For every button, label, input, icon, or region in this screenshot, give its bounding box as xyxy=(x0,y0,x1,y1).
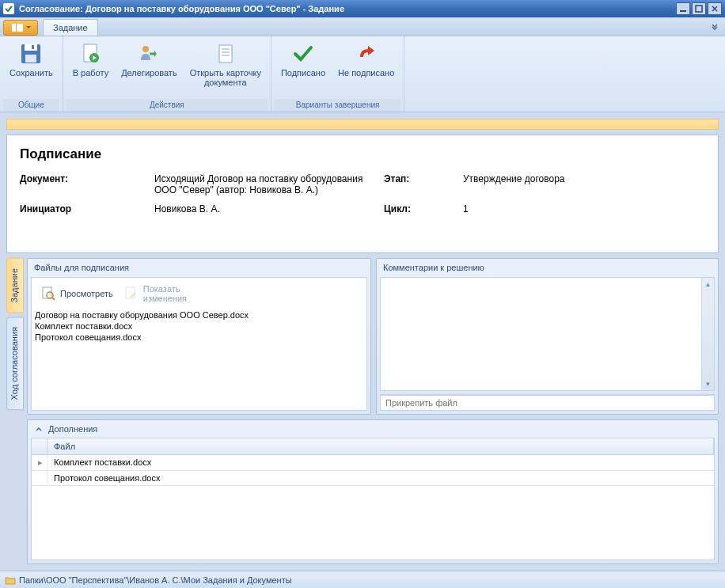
doc-label: Документ: xyxy=(20,173,154,195)
side-tabs: Задание Ход согласования xyxy=(6,258,24,564)
svg-point-10 xyxy=(142,46,149,52)
doc-value: Исходящий Договор на поставку оборудован… xyxy=(154,173,384,195)
magnifier-icon xyxy=(40,285,57,302)
side-tab-task[interactable]: Задание xyxy=(6,258,24,313)
ribbon-group-actions: В работу Делегировать Открыть карточку д… xyxy=(63,36,271,112)
view-file-button[interactable]: Просмотреть xyxy=(36,283,116,305)
stage-label: Этап: xyxy=(384,173,463,195)
initiator-value: Новикова В. А. xyxy=(154,203,384,214)
svg-rect-2 xyxy=(12,24,16,32)
page-heading: Подписание xyxy=(20,146,705,162)
cycle-value: 1 xyxy=(463,203,705,214)
tab-task[interactable]: Задание xyxy=(43,19,98,36)
file-list[interactable]: Договор на поставку оборудования ООО Сев… xyxy=(32,308,366,410)
minimize-button[interactable] xyxy=(676,2,690,15)
svg-rect-1 xyxy=(696,6,702,12)
ribbon-collapse-icon[interactable] xyxy=(709,21,720,32)
start-work-button[interactable]: В работу xyxy=(66,38,115,81)
additions-title: Дополнения xyxy=(48,424,97,434)
row-header-col xyxy=(32,438,47,454)
row-indicator-icon: ▸ xyxy=(32,455,47,470)
ribbon-tab-row: Задание xyxy=(0,17,725,36)
svg-line-17 xyxy=(52,298,55,300)
file-item[interactable]: Комплект поставки.docx xyxy=(35,321,363,332)
side-tab-progress[interactable]: Ход согласования xyxy=(6,317,24,410)
ribbon-group-common: Сохранить Общие xyxy=(0,36,63,112)
comments-textarea[interactable] xyxy=(381,278,714,390)
files-panel: Файлы для подписания Просмотреть xyxy=(27,258,371,415)
files-toolbar: Просмотреть Показать изменения xyxy=(32,278,366,308)
accent-band xyxy=(6,119,719,130)
cycle-label: Цикл: xyxy=(384,203,463,214)
check-icon xyxy=(290,41,316,66)
svg-rect-7 xyxy=(32,45,34,49)
file-item[interactable]: Протокол совещания.docx xyxy=(35,332,363,343)
info-panel: Подписание Документ: Исходящий Договор н… xyxy=(6,135,719,253)
group-label-actions: Действия xyxy=(66,99,268,112)
svg-rect-0 xyxy=(680,10,686,12)
titlebar: Согласование: Договор на поставку оборуд… xyxy=(0,0,725,17)
not-signed-button[interactable]: Не подписано xyxy=(332,38,400,81)
close-button[interactable] xyxy=(708,2,722,15)
svg-rect-11 xyxy=(219,45,232,63)
document-play-icon xyxy=(78,41,103,66)
content-area: Подписание Документ: Исходящий Договор н… xyxy=(0,112,725,571)
ribbon: Сохранить Общие В работу Делегировать xyxy=(0,36,725,112)
scroll-up-icon[interactable]: ▲ xyxy=(702,278,714,290)
grid-row[interactable]: ▸ Комплект поставки.docx xyxy=(32,455,714,471)
scrollbar[interactable]: ▲ ▼ xyxy=(701,278,714,390)
open-card-button[interactable]: Открыть карточку документа xyxy=(184,38,268,90)
stage-value: Утверждение договора xyxy=(463,173,705,195)
attach-file-input[interactable] xyxy=(380,395,715,411)
show-changes-button[interactable]: Показать изменения xyxy=(120,283,190,305)
chevron-up-icon[interactable] xyxy=(34,424,44,434)
document-icon xyxy=(213,41,238,66)
scroll-down-icon[interactable]: ▼ xyxy=(702,377,714,390)
app-icon xyxy=(3,3,14,14)
additions-panel: Дополнения Файл ▸ Комплект поставки.docx… xyxy=(27,419,719,564)
delegate-icon xyxy=(136,41,161,66)
save-button[interactable]: Сохранить xyxy=(3,38,59,81)
window-title: Согласование: Договор на поставку оборуд… xyxy=(19,4,676,13)
delegate-button[interactable]: Делегировать xyxy=(115,38,184,81)
ribbon-group-complete: Подписано Не подписано Варианты завершен… xyxy=(271,36,404,112)
group-label-complete: Варианты завершения xyxy=(275,99,400,112)
svg-rect-5 xyxy=(25,44,37,51)
files-title: Файлы для подписания xyxy=(28,259,370,274)
work-area: Задание Ход согласования Файлы для подпи… xyxy=(6,258,719,564)
redo-arrow-icon xyxy=(354,41,379,66)
floppy-icon xyxy=(18,41,44,66)
comments-title: Комментарии к решению xyxy=(377,259,718,274)
signed-button[interactable]: Подписано xyxy=(275,38,332,81)
additions-grid: Файл ▸ Комплект поставки.docx Протокол с… xyxy=(31,438,715,560)
initiator-label: Инициатор xyxy=(20,203,154,214)
status-path: Папки\ООО "Перспектива"\Иванов А. С.\Мои… xyxy=(19,575,292,585)
file-item[interactable]: Договор на поставку оборудования ООО Сев… xyxy=(35,309,363,321)
app-menu-button[interactable] xyxy=(3,20,38,36)
statusbar: Папки\ООО "Перспектива"\Иванов А. С.\Мои… xyxy=(0,571,725,588)
group-label-common: Общие xyxy=(3,99,59,112)
changes-icon xyxy=(123,285,140,302)
grid-row[interactable]: Протокол совещания.docx xyxy=(32,471,714,486)
file-column-header[interactable]: Файл xyxy=(47,438,714,454)
svg-rect-3 xyxy=(17,24,23,32)
maximize-button[interactable] xyxy=(692,2,706,15)
svg-rect-6 xyxy=(25,55,36,63)
comments-panel: Комментарии к решению ▲ ▼ xyxy=(376,258,719,415)
folder-icon xyxy=(5,575,16,585)
